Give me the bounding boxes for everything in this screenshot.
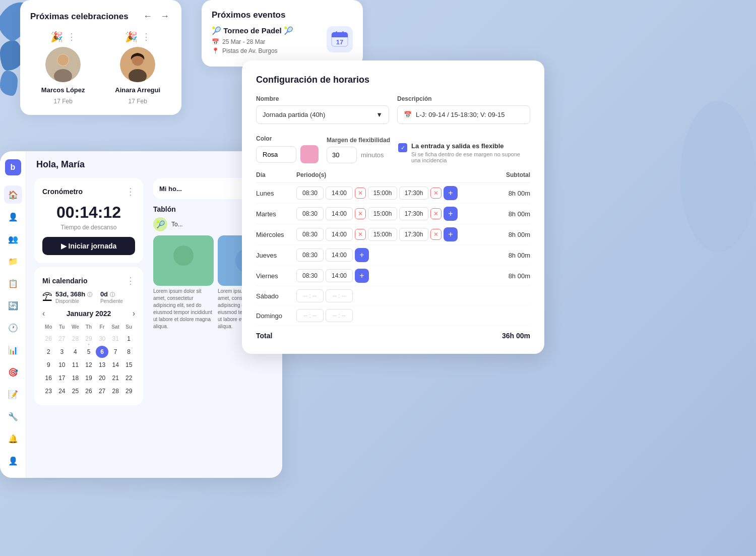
sidebar-icon-sync[interactable]: 🔄	[4, 296, 22, 315]
descripcion-input[interactable]: 📅 L-J: 09-14 / 15-18:30; V: 09-15	[397, 105, 530, 124]
cal-day[interactable]: 25	[69, 385, 82, 397]
cal-day[interactable]: 17	[56, 372, 69, 384]
time-input[interactable]	[399, 207, 428, 220]
periods-domingo	[296, 309, 500, 322]
cal-day[interactable]: 4	[69, 346, 82, 358]
cal-day[interactable]: 21	[109, 372, 122, 384]
cal-day[interactable]: 7	[109, 346, 122, 358]
celebration-menu-dots[interactable]: ⋮	[142, 31, 151, 42]
remove-period-btn[interactable]: ✕	[355, 229, 366, 240]
cal-day[interactable]: 29	[122, 385, 135, 397]
cal-day[interactable]: 1	[122, 333, 135, 345]
time-input[interactable]	[296, 228, 324, 241]
start-jornada-btn[interactable]: ▶ Iniciar jornada	[42, 237, 135, 255]
add-period-btn[interactable]: +	[444, 227, 458, 241]
add-period-btn[interactable]: +	[444, 186, 458, 200]
add-period-btn[interactable]: +	[444, 207, 458, 221]
cal-day[interactable]: 8	[122, 346, 135, 358]
cal-day[interactable]: 10	[56, 359, 69, 371]
margen-input[interactable]: 30	[327, 147, 357, 163]
cal-day[interactable]: 14	[109, 359, 122, 371]
flexible-checkbox[interactable]: ✓	[398, 143, 407, 152]
cal-day[interactable]: 12	[83, 359, 95, 371]
time-input[interactable]	[326, 187, 353, 200]
time-input-empty[interactable]	[326, 289, 353, 302]
cal-day[interactable]: 11	[69, 359, 82, 371]
sidebar-icon-chart[interactable]: 📊	[4, 341, 22, 359]
cal-day[interactable]: 31	[109, 333, 122, 345]
subtotal-jueves: 8h 00m	[500, 252, 530, 259]
cal-day[interactable]: 3	[56, 346, 69, 358]
time-input[interactable]	[296, 269, 324, 282]
time-input[interactable]	[368, 187, 397, 200]
remove-period-btn[interactable]: ✕	[430, 208, 442, 219]
cal-next-btn[interactable]: ›	[133, 309, 135, 318]
color-swatch[interactable]	[300, 145, 319, 163]
time-input[interactable]	[296, 187, 324, 200]
celebration-menu-dots[interactable]: ⋮	[67, 31, 76, 42]
time-input-empty[interactable]	[326, 309, 353, 322]
cal-day[interactable]: 26	[42, 333, 55, 345]
cal-day[interactable]: 9	[42, 359, 55, 371]
cal-day[interactable]: 28	[109, 385, 122, 397]
remove-period-btn[interactable]: ✕	[430, 188, 442, 199]
party-icon: 🎉	[125, 31, 138, 43]
cal-day[interactable]: 24	[56, 385, 69, 397]
cal-day[interactable]: 26	[83, 385, 95, 397]
sidebar-icon-clock[interactable]: 🕐	[4, 319, 22, 337]
time-input[interactable]	[399, 228, 428, 241]
sidebar-icon-team[interactable]: 👥	[4, 230, 22, 248]
cal-day[interactable]: 19	[83, 372, 95, 384]
sidebar-icon-notifications[interactable]: 🔔	[4, 429, 22, 448]
cal-day[interactable]: 28	[69, 333, 82, 345]
time-input[interactable]	[296, 207, 324, 220]
cal-day[interactable]: 20	[96, 372, 108, 384]
schedule-row-lunes: Lunes ✕ ✕ + 8h 00m	[256, 183, 530, 204]
day-domingo: Domingo	[256, 312, 296, 320]
time-input-empty[interactable]	[296, 289, 324, 302]
cal-day[interactable]: 27	[56, 333, 69, 345]
sidebar-icon-profile[interactable]: 👤	[4, 452, 22, 470]
cal-day-today[interactable]: 6	[96, 346, 108, 358]
time-input[interactable]	[368, 228, 397, 241]
sidebar-icon-settings[interactable]: 🔧	[4, 407, 22, 425]
time-input[interactable]	[326, 207, 353, 220]
sidebar-icon-notes[interactable]: 📝	[4, 385, 22, 403]
celebrations-prev-btn[interactable]: ←	[141, 10, 154, 23]
sidebar-icon-target[interactable]: 🎯	[4, 363, 22, 381]
add-period-btn[interactable]: +	[355, 248, 369, 262]
cal-day[interactable]: 23	[42, 385, 55, 397]
sidebar-icon-files[interactable]: 📁	[4, 252, 22, 270]
cal-day[interactable]: 5	[83, 346, 95, 358]
time-input[interactable]	[399, 187, 428, 200]
cal-day[interactable]: 13	[96, 359, 108, 371]
cal-day[interactable]: 27	[96, 385, 108, 397]
calendar-stat-pendiente: 0d ⓘ Pendiente	[100, 290, 123, 304]
time-input-empty[interactable]	[296, 309, 324, 322]
sidebar-icon-reports[interactable]: 📋	[4, 274, 22, 292]
cal-day[interactable]: 15	[122, 359, 135, 371]
remove-period-btn[interactable]: ✕	[355, 208, 366, 219]
sidebar-icon-user[interactable]: 👤	[4, 208, 22, 226]
add-period-btn[interactable]: +	[355, 269, 369, 283]
remove-period-btn[interactable]: ✕	[430, 229, 442, 240]
cal-day[interactable]: 18	[69, 372, 82, 384]
celebrations-next-btn[interactable]: →	[158, 10, 171, 23]
sidebar-icon-home[interactable]: 🏠	[4, 186, 22, 204]
calendar-menu[interactable]: ⋮	[126, 275, 135, 286]
remove-period-btn[interactable]: ✕	[355, 188, 366, 199]
cal-day[interactable]: 16	[42, 372, 55, 384]
time-input[interactable]	[326, 249, 353, 262]
cal-day[interactable]: 2	[42, 346, 55, 358]
cal-prev-btn[interactable]: ‹	[42, 309, 45, 318]
cal-day[interactable]: 30	[96, 333, 108, 345]
cal-day[interactable]: 29	[83, 333, 95, 345]
time-input[interactable]	[326, 228, 353, 241]
time-input[interactable]	[326, 269, 353, 282]
cronometro-menu[interactable]: ⋮	[126, 186, 135, 197]
time-input[interactable]	[368, 207, 397, 220]
time-input[interactable]	[296, 249, 324, 262]
nombre-select[interactable]: Jornada partida (40h) ▼	[256, 105, 389, 124]
color-name-input[interactable]: Rosa	[256, 146, 296, 163]
cal-day[interactable]: 22	[122, 372, 135, 384]
